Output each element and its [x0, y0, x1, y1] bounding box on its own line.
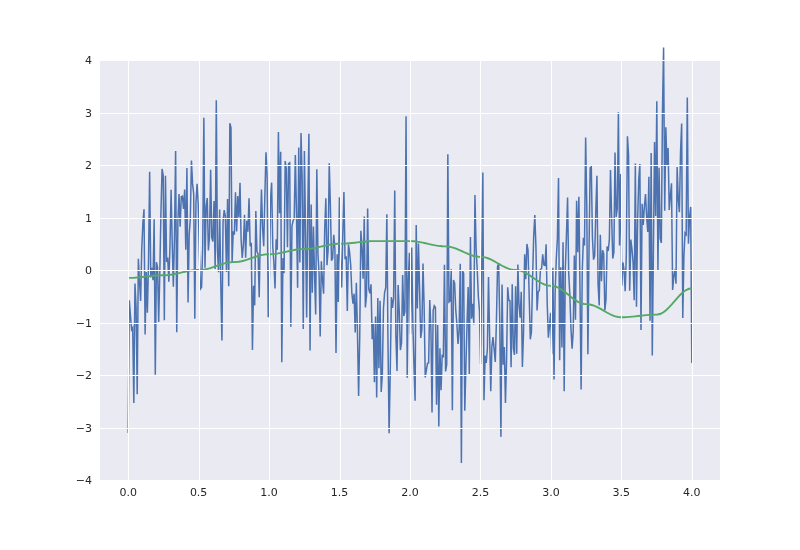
xtick-label: 2.0 — [401, 486, 419, 499]
figure: 0.00.51.01.52.02.53.03.54.0−4−3−2−101234 — [0, 0, 800, 550]
gridline-y — [100, 480, 720, 481]
gridline-y — [100, 270, 720, 271]
gridline-y — [100, 428, 720, 429]
gridline-y — [100, 165, 720, 166]
xtick-label: 0.0 — [119, 486, 137, 499]
ytick-label: −3 — [76, 421, 92, 434]
xtick-label: 0.5 — [190, 486, 208, 499]
ytick-label: 0 — [85, 264, 92, 277]
ytick-label: 2 — [85, 159, 92, 172]
xtick-label: 3.5 — [613, 486, 631, 499]
ytick-label: 4 — [85, 54, 92, 67]
xtick-label: 1.5 — [331, 486, 349, 499]
ytick-label: −1 — [76, 316, 92, 329]
gridline-y — [100, 218, 720, 219]
plot-area — [100, 60, 720, 480]
ytick-label: −2 — [76, 369, 92, 382]
gridline-y — [100, 113, 720, 114]
gridline-y — [100, 323, 720, 324]
gridline-y — [100, 375, 720, 376]
ytick-label: 3 — [85, 106, 92, 119]
xtick-label: 1.0 — [260, 486, 278, 499]
ytick-label: −4 — [76, 474, 92, 487]
ytick-label: 1 — [85, 211, 92, 224]
xtick-label: 3.0 — [542, 486, 560, 499]
gridline-y — [100, 60, 720, 61]
xtick-label: 4.0 — [683, 486, 701, 499]
xtick-label: 2.5 — [472, 486, 490, 499]
